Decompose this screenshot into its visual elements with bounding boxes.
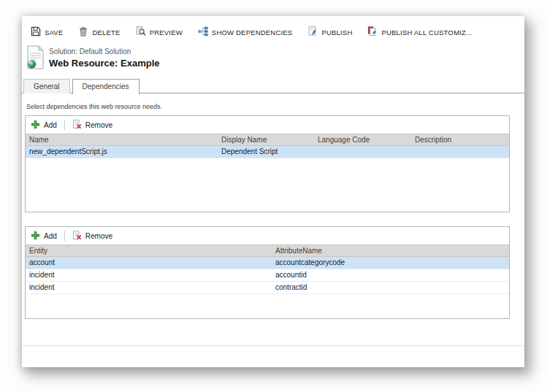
publish-button-label: PUBLISH: [321, 28, 352, 36]
table-cell: incident: [26, 282, 272, 293]
column-header[interactable]: Entity: [26, 245, 272, 256]
save-icon: [31, 26, 41, 38]
delete-button[interactable]: DELETE: [78, 26, 120, 38]
solution-label: Solution: Default Solution: [49, 47, 159, 55]
dependencies-table: NameDisplay NameLanguage CodeDescription…: [26, 134, 509, 158]
record-header: Solution: Default Solution Web Resource:…: [26, 45, 159, 72]
table-cell: account: [26, 257, 272, 269]
remove-button[interactable]: Remove: [72, 231, 112, 242]
column-header[interactable]: Name: [26, 134, 218, 145]
table-cell: accountcategorycode: [272, 257, 509, 269]
table-row[interactable]: incidentaccountid: [26, 269, 509, 282]
tab-strip: General Dependencies: [22, 79, 524, 93]
table-cell: [314, 146, 411, 158]
table-row[interactable]: incidentcontractid: [26, 282, 509, 294]
table-cell: new_dependentScript.js: [26, 146, 218, 158]
column-header[interactable]: AttributeName: [272, 245, 509, 256]
remove-button[interactable]: Remove: [72, 120, 112, 131]
preview-button[interactable]: PREVIEW: [136, 26, 183, 38]
add-icon: [31, 120, 40, 131]
remove-button-label: Remove: [85, 232, 112, 240]
table-cell: accountid: [272, 269, 509, 281]
remove-icon: [72, 120, 82, 131]
show-dependencies-button[interactable]: SHOW DEPENDENCIES: [198, 26, 293, 38]
table-header: NameDisplay NameLanguage CodeDescription: [26, 134, 509, 146]
table-cell: contractid: [272, 282, 509, 293]
tab-dependencies[interactable]: Dependencies: [72, 79, 140, 94]
remove-icon: [72, 231, 82, 242]
tab-general[interactable]: General: [23, 79, 70, 93]
toolbar-separator: [64, 120, 65, 130]
save-button[interactable]: SAVE: [31, 26, 63, 38]
show-dependencies-icon: [198, 26, 208, 38]
grid-toolbar: Add Remove: [26, 116, 509, 134]
delete-icon: [78, 26, 88, 38]
add-button[interactable]: Add: [31, 231, 57, 242]
column-header[interactable]: Display Name: [218, 134, 314, 145]
table-cell: incident: [26, 269, 272, 281]
table-cell: [411, 146, 509, 158]
column-header[interactable]: Language Code: [314, 134, 411, 145]
table-header: EntityAttributeName: [26, 245, 509, 257]
web-resource-window: SAVE DELETE PREVIEW SHOW DEPENDENCIES PU…: [22, 16, 524, 367]
add-button[interactable]: Add: [31, 120, 57, 131]
command-bar: SAVE DELETE PREVIEW SHOW DEPENDENCIES PU…: [31, 26, 472, 39]
footer-separator: [22, 345, 524, 346]
grid-toolbar: Add Remove: [26, 227, 509, 245]
dependencies-description: Select dependencies this web resource ne…: [26, 103, 162, 110]
preview-button-label: PREVIEW: [150, 28, 183, 36]
table-row[interactable]: new_dependentScript.jsDependent Script: [26, 146, 509, 158]
publish-all-button[interactable]: PUBLISH ALL CUSTOMIZ...: [367, 26, 472, 38]
web-resource-icon: [26, 45, 45, 72]
add-button-label: Add: [44, 232, 57, 240]
show-dependencies-button-label: SHOW DEPENDENCIES: [212, 28, 293, 36]
attribute-dependencies-panel: Add Remove EntityAttributeName accountac…: [25, 226, 510, 319]
preview-icon: [136, 26, 146, 38]
save-button-label: SAVE: [45, 28, 63, 36]
delete-button-label: DELETE: [92, 28, 120, 36]
table-body: accountaccountcategorycodeincidentaccoun…: [26, 257, 509, 294]
publish-all-button-label: PUBLISH ALL CUSTOMIZ...: [381, 28, 472, 36]
column-header[interactable]: Description: [411, 134, 509, 145]
remove-button-label: Remove: [85, 121, 112, 129]
attributes-table: EntityAttributeName accountaccountcatego…: [26, 245, 509, 294]
table-row[interactable]: accountaccountcategorycode: [26, 257, 509, 269]
table-cell: Dependent Script: [218, 146, 314, 158]
add-icon: [31, 231, 40, 242]
publish-button[interactable]: PUBLISH: [308, 26, 352, 38]
web-resource-dependencies-panel: Add Remove NameDisplay NameLanguage Code…: [25, 115, 510, 212]
publish-icon: [308, 26, 318, 38]
table-body: new_dependentScript.jsDependent Script: [26, 146, 509, 158]
publish-all-icon: [367, 26, 378, 38]
toolbar-separator: [64, 231, 65, 241]
add-button-label: Add: [44, 121, 57, 129]
page-title: Web Resource: Example: [49, 58, 159, 69]
